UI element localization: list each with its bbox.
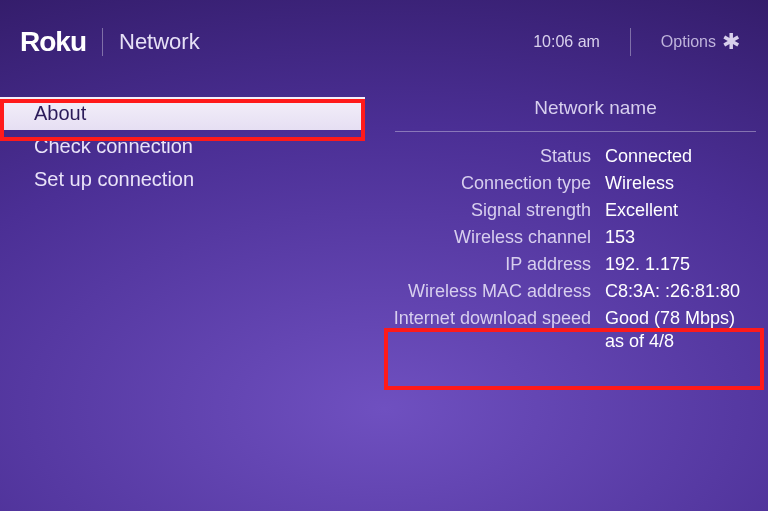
- asterisk-icon: ✱: [722, 31, 740, 53]
- label-download-speed: Internet download speed: [375, 308, 605, 329]
- network-name-label: Network name: [534, 97, 657, 118]
- value-download-speed-main: Good (78 Mbps): [605, 308, 735, 328]
- header-divider: [102, 28, 103, 56]
- value-wireless-channel: 153: [605, 227, 635, 248]
- value-signal-strength: Excellent: [605, 200, 678, 221]
- value-download-speed-sub: as of 4/8: [605, 331, 735, 352]
- value-status: Connected: [605, 146, 692, 167]
- value-ip-address: 192. 1.175: [605, 254, 690, 275]
- label-ip-address: IP address: [375, 254, 605, 275]
- label-status: Status: [375, 146, 605, 167]
- roku-logo: Roku: [20, 26, 86, 58]
- row-signal-strength: Signal strength Excellent: [375, 200, 756, 221]
- row-wireless-channel: Wireless channel 153: [375, 227, 756, 248]
- label-wireless-channel: Wireless channel: [375, 227, 605, 248]
- label-signal-strength: Signal strength: [375, 200, 605, 221]
- value-connection-type: Wireless: [605, 173, 674, 194]
- left-menu: About Check connection Set up connection: [0, 97, 365, 358]
- row-ip-address: IP address 192. 1.175: [375, 254, 756, 275]
- menu-item-check-connection[interactable]: Check connection: [0, 130, 365, 163]
- row-mac-address: Wireless MAC address C8:3A: :26:81:80: [375, 281, 756, 302]
- details-panel: Network name Status Connected Connection…: [365, 97, 768, 358]
- clock: 10:06 am: [533, 33, 600, 51]
- value-download-speed: Good (78 Mbps) as of 4/8: [605, 308, 735, 352]
- row-download-speed: Internet download speed Good (78 Mbps) a…: [375, 308, 756, 352]
- value-mac-address: C8:3A: :26:81:80: [605, 281, 740, 302]
- menu-item-setup-connection[interactable]: Set up connection: [0, 163, 365, 196]
- label-connection-type: Connection type: [375, 173, 605, 194]
- header-divider-right: [630, 28, 631, 56]
- row-status: Status Connected: [375, 146, 756, 167]
- row-connection-type: Connection type Wireless: [375, 173, 756, 194]
- options-label: Options: [661, 33, 716, 51]
- details-divider: [395, 131, 756, 132]
- menu-item-about[interactable]: About: [0, 97, 365, 130]
- options-button[interactable]: Options ✱: [661, 31, 740, 53]
- label-mac-address: Wireless MAC address: [375, 281, 605, 302]
- page-title: Network: [119, 29, 200, 55]
